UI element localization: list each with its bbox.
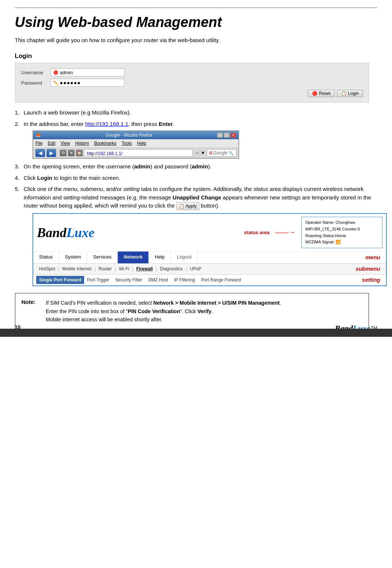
setting-label: setting — [362, 276, 383, 284]
minimize-button[interactable]: ─ — [217, 133, 223, 138]
menu-network[interactable]: Network — [118, 252, 149, 264]
menu-file[interactable]: File — [35, 140, 42, 147]
menu-help[interactable]: Help — [149, 252, 171, 264]
username-row: Username 🔴 admin — [21, 68, 363, 76]
top-divider — [15, 7, 377, 8]
admin-bold-2: admin — [192, 163, 208, 170]
menu-services[interactable]: Services — [87, 252, 118, 264]
note-box: Note: If SIM Card's PIN verification is … — [15, 293, 369, 329]
login-section-heading: Login — [15, 52, 377, 60]
search-icon[interactable]: 🔍 — [228, 150, 234, 156]
setting-single-port[interactable]: Single Port Forward — [36, 276, 84, 284]
setting-port-range[interactable]: Port Range Forward — [198, 276, 244, 284]
home-button[interactable]: 🏠 — [76, 150, 83, 156]
setting-security-filter[interactable]: Security Filter — [112, 276, 145, 284]
router-header: BandLuxe status area ——→ Operator Name: … — [33, 214, 386, 251]
menu-history[interactable]: History — [75, 140, 89, 147]
router-settingbar: Single Port Forward Port Trgger Security… — [33, 275, 386, 286]
status-arrow: ——→ — [275, 227, 295, 237]
address-bar[interactable]: http://192.168.1.1/ — [84, 149, 193, 157]
setting-dmz-host[interactable]: DMZ Host — [145, 276, 171, 284]
submenu-router[interactable]: Router — [96, 265, 115, 273]
reset-label: Reset — [319, 91, 330, 96]
step-1: 1. Launch a web browser (e.g Mozilla Fir… — [15, 109, 377, 117]
submenu-hotspot[interactable]: HotSpot — [36, 265, 58, 273]
submenu-upnp[interactable]: UPnP — [187, 265, 204, 273]
unapplied-bold: Unapplied Change — [173, 194, 221, 201]
router-screenshot: BandLuxe status area ——→ Operator Name: … — [32, 213, 387, 286]
wifi-info: WiFi:BR_LTE_3146 Counter:0 — [305, 226, 378, 233]
menu-help[interactable]: Help — [137, 140, 146, 147]
router-submenu: HotSpot | Mobile Internet | Router | Wi-… — [33, 264, 386, 275]
search-bar[interactable]: G Google 🔍 — [207, 149, 236, 157]
login-button[interactable]: 📋 Login — [337, 90, 363, 97]
address-text: http://192.168.1.1/ — [87, 151, 123, 156]
reset-icon: 🔴 — [312, 91, 317, 96]
search-placeholder: Google — [213, 150, 228, 156]
step-5: 5. Click one of the menu, submenu, and/o… — [15, 185, 377, 286]
google-icon: G — [209, 150, 213, 156]
menu-bookmarks[interactable]: Bookmarks — [94, 140, 116, 147]
step-3-text: On the opening screen, enter the usernam… — [24, 163, 212, 170]
admin-icon: 🔴 — [53, 70, 58, 75]
submenu-label: submenu — [355, 265, 383, 273]
password-row: Password ✏️ ●●●●●● — [21, 79, 363, 87]
setting-ip-filtering[interactable]: IP Filtering — [171, 276, 198, 284]
login-screenshot: Username 🔴 admin Password ✏️ ●●●●●● 🔴 Re… — [15, 63, 369, 103]
username-value: admin — [60, 70, 73, 75]
forward-button[interactable]: ▶ — [47, 149, 56, 157]
footer-bar — [0, 329, 392, 337]
apply-button-inline[interactable]: 📋 Apply — [176, 202, 199, 210]
note-bold1: Network > Mobile Internet > U/SIM PIN Ma… — [153, 300, 279, 306]
reset-button[interactable]: 🔴 Reset — [308, 90, 334, 97]
step-3: 3. On the opening screen, enter the user… — [15, 162, 377, 171]
menu-tools[interactable]: Tools — [121, 140, 132, 147]
refresh-button[interactable]: ↻ — [60, 150, 66, 156]
note-line1: If SIM Card's PIN verification is needed… — [46, 300, 281, 306]
password-label: Password — [21, 80, 51, 86]
step-3-num: 3. — [15, 162, 20, 171]
maximize-button[interactable]: □ — [224, 133, 230, 138]
firefox-screenshot: 🦊 Google - Mozilla Firefox ─ □ ✕ File Ed… — [32, 130, 239, 159]
submenu-wifi[interactable]: Wi-Fi — [116, 265, 132, 273]
note-bold3: Verify — [197, 308, 212, 314]
apply-icon: 📋 — [179, 203, 185, 209]
menu-system[interactable]: System — [59, 252, 87, 264]
roaming-status: Roaming Status:Home — [305, 233, 378, 239]
submenu-firewall[interactable]: Firewall — [133, 265, 156, 273]
menu-edit[interactable]: Edit — [48, 140, 55, 147]
close-button[interactable]: ✕ — [230, 133, 236, 138]
stop-button[interactable]: ✕ — [68, 150, 75, 156]
note-content: If SIM Card's PIN verification is needed… — [46, 299, 281, 324]
status-area-italic: status area — [254, 186, 281, 192]
login-bold: Login — [37, 175, 52, 181]
enter-bold: Enter — [159, 121, 173, 127]
setting-port-trigger[interactable]: Port Trgger — [84, 276, 112, 284]
note-label: Note: — [21, 299, 40, 305]
username-input[interactable]: 🔴 admin — [51, 68, 124, 76]
address-link[interactable]: http://192.168.1.1 — [85, 121, 128, 127]
password-input[interactable]: ✏️ ●●●●●● — [51, 79, 124, 87]
submenu-diagnostics[interactable]: Diagnostics — [157, 265, 186, 273]
bandluxe-logo: BandLuxe — [37, 223, 94, 243]
step-2-num: 2. — [15, 120, 20, 129]
note-line2: Enter the PIN code into text box of "PIN… — [46, 308, 213, 314]
step-4-num: 4. — [15, 174, 20, 182]
firefox-menu-bar: File Edit View History Bookmarks Tools H… — [33, 139, 238, 148]
step-5-num: 5. — [15, 185, 20, 194]
menu-logout[interactable]: Logout — [171, 252, 198, 264]
step-4-text: Click Login to login to the main screen. — [24, 175, 120, 181]
login-label: Login — [348, 91, 359, 96]
status-area-label: status area — [244, 229, 269, 236]
menu-status[interactable]: Status — [33, 252, 59, 264]
menu-label: menu — [360, 252, 386, 264]
status-info-box: Operator Name: Chunghwa WiFi:BR_LTE_3146… — [301, 217, 382, 248]
step-1-num: 1. — [15, 109, 20, 117]
back-button[interactable]: ◀ — [35, 149, 45, 157]
nav-arrow2: ▼ — [201, 150, 205, 156]
menu-view[interactable]: View — [61, 140, 70, 147]
firefox-window-buttons: ─ □ ✕ — [217, 133, 236, 138]
submenu-mobile-internet[interactable]: Mobile Internet — [59, 265, 94, 273]
step-5-text: Click one of the menu, submenu, and/or s… — [24, 186, 371, 209]
username-label: Username — [21, 70, 51, 75]
